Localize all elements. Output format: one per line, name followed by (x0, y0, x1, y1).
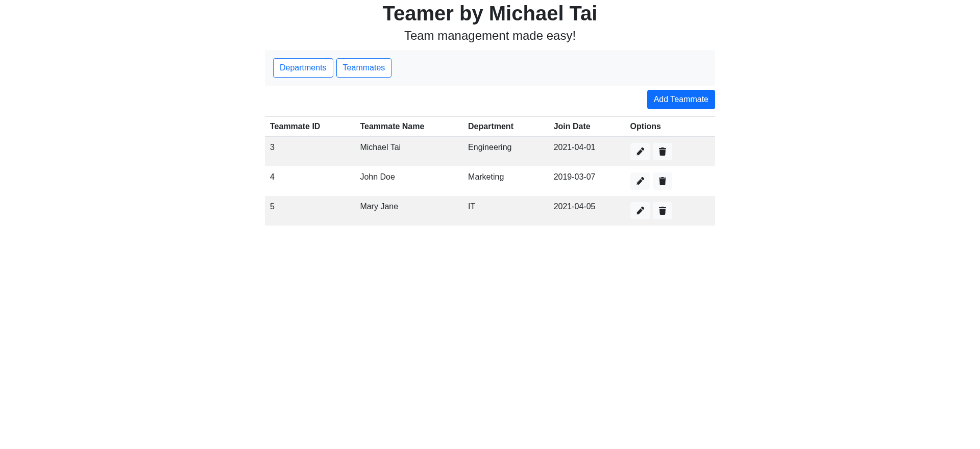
edit-button[interactable] (630, 202, 650, 219)
cell-name: Mary Jane (355, 196, 463, 226)
page-subtitle: Team management made easy! (265, 29, 715, 43)
cell-department: Marketing (463, 166, 549, 196)
action-bar: Add Teammate (265, 86, 715, 113)
trash-icon (658, 177, 667, 185)
cell-join-date: 2019-03-07 (549, 166, 625, 196)
table-row: 3 Michael Tai Engineering 2021-04-01 (265, 137, 715, 167)
table-row: 4 John Doe Marketing 2019-03-07 (265, 166, 715, 196)
cell-name: John Doe (355, 166, 463, 196)
cell-department: IT (463, 196, 549, 226)
col-header-id: Teammate ID (265, 117, 355, 137)
col-header-department: Department (463, 117, 549, 137)
table-row: 5 Mary Jane IT 2021-04-05 (265, 196, 715, 226)
edit-button[interactable] (630, 143, 650, 160)
edit-icon (636, 177, 644, 185)
col-header-join-date: Join Date (549, 117, 625, 137)
col-header-name: Teammate Name (355, 117, 463, 137)
edit-button[interactable] (630, 172, 650, 190)
trash-icon (658, 207, 667, 215)
nav-teammates-button[interactable]: Teammates (336, 58, 392, 78)
cell-name: Michael Tai (355, 137, 463, 167)
cell-options (625, 137, 715, 167)
col-header-options: Options (625, 117, 715, 137)
cell-id: 3 (265, 137, 355, 167)
cell-join-date: 2021-04-01 (549, 137, 625, 167)
cell-options (625, 166, 715, 196)
cell-options (625, 196, 715, 226)
cell-join-date: 2021-04-05 (549, 196, 625, 226)
delete-button[interactable] (653, 143, 672, 160)
delete-button[interactable] (653, 202, 672, 219)
edit-icon (636, 207, 644, 215)
page-title: Teamer by Michael Tai (265, 1, 715, 26)
nav-bar: Departments Teammates (265, 50, 715, 86)
edit-icon (636, 147, 644, 156)
cell-id: 4 (265, 166, 355, 196)
add-teammate-button[interactable]: Add Teammate (647, 90, 715, 109)
teammates-table: Teammate ID Teammate Name Department Joi… (265, 116, 715, 226)
trash-icon (658, 147, 667, 156)
nav-departments-button[interactable]: Departments (273, 58, 333, 78)
delete-button[interactable] (653, 172, 672, 190)
cell-department: Engineering (463, 137, 549, 167)
cell-id: 5 (265, 196, 355, 226)
